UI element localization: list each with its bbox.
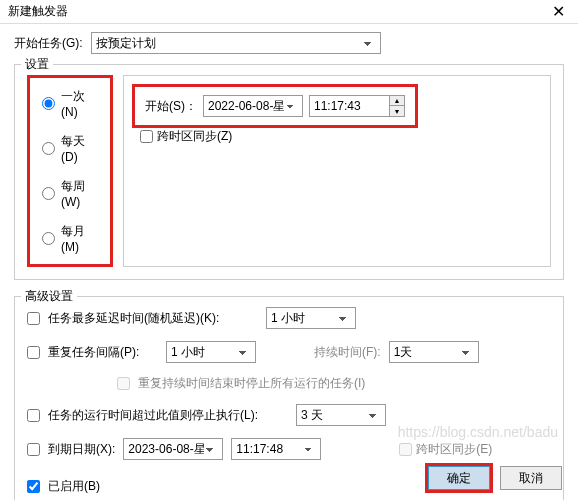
stop-after-checkbox[interactable] xyxy=(27,409,40,422)
enabled-checkbox[interactable] xyxy=(27,480,40,493)
watermark: https://blog.csdn.net/badu xyxy=(398,424,558,440)
window-title: 新建触发器 xyxy=(8,3,68,20)
time-spinner[interactable]: ▲▼ xyxy=(389,95,405,117)
max-delay-select[interactable]: 1 小时 xyxy=(266,307,356,329)
expire-tz-label: 跨时区同步(E) xyxy=(416,441,492,458)
max-delay-label: 任务最多延迟时间(随机延迟)(K): xyxy=(48,310,258,327)
expire-checkbox[interactable] xyxy=(27,443,40,456)
max-delay-checkbox[interactable] xyxy=(27,312,40,325)
tz-sync-checkbox[interactable] xyxy=(140,130,153,143)
tz-sync-label: 跨时区同步(Z) xyxy=(157,128,232,145)
stop-all-label: 重复持续时间结束时停止所有运行的任务(I) xyxy=(138,375,365,392)
expire-time-select[interactable]: 11:17:48 xyxy=(231,438,321,460)
start-date-select[interactable]: 2022-06-08-星期 xyxy=(203,95,303,117)
schedule-radio-group: 一次(N) 每天(D) 每周(W) 每月(M) xyxy=(27,75,113,267)
repeat-label: 重复任务间隔(P): xyxy=(48,344,158,361)
close-icon[interactable]: ✕ xyxy=(538,0,578,24)
settings-legend: 设置 xyxy=(21,56,53,73)
start-time-input[interactable] xyxy=(309,95,389,117)
stop-after-label: 任务的运行时间超过此值则停止执行(L): xyxy=(48,407,288,424)
radio-daily[interactable]: 每天(D) xyxy=(42,133,98,164)
radio-weekly[interactable]: 每周(W) xyxy=(42,178,98,209)
duration-select[interactable]: 1天 xyxy=(389,341,479,363)
start-label: 开始(S)： xyxy=(145,98,197,115)
cancel-button[interactable]: 取消 xyxy=(500,466,562,490)
repeat-checkbox[interactable] xyxy=(27,346,40,359)
enabled-label: 已启用(B) xyxy=(48,478,100,495)
start-task-label: 开始任务(G): xyxy=(14,35,83,52)
duration-label: 持续时间(F): xyxy=(314,344,381,361)
repeat-interval-select[interactable]: 1 小时 xyxy=(166,341,256,363)
radio-monthly[interactable]: 每月(M) xyxy=(42,223,98,254)
ok-button[interactable]: 确定 xyxy=(428,466,490,490)
expire-date-select[interactable]: 2023-06-08-星期 xyxy=(123,438,223,460)
radio-once[interactable]: 一次(N) xyxy=(42,88,98,119)
stop-all-checkbox xyxy=(117,377,130,390)
expire-label: 到期日期(X): xyxy=(48,441,115,458)
advanced-legend: 高级设置 xyxy=(21,288,77,305)
expire-tz-checkbox xyxy=(399,443,412,456)
stop-after-select[interactable]: 3 天 xyxy=(296,404,386,426)
start-task-select[interactable]: 按预定计划 xyxy=(91,32,381,54)
